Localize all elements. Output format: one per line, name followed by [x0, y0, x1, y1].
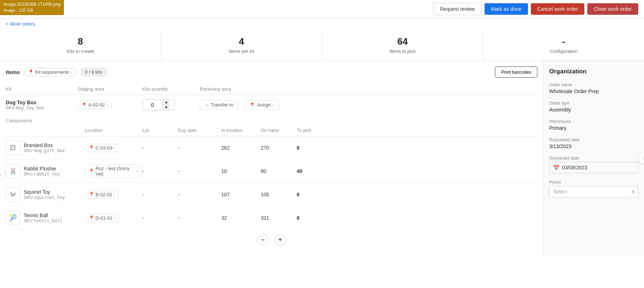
- pagination-plus-button[interactable]: +: [274, 234, 286, 246]
- nav-left-arrow[interactable]: ‹: [0, 169, 6, 180]
- sidebar-warehouse-value: Primary: [549, 125, 638, 131]
- component-icon-1: 🐰: [6, 164, 20, 178]
- comp-chevron-icon-1: ›: [137, 169, 138, 173]
- picker-clear-button[interactable]: ✕: [631, 188, 635, 195]
- qty-arrows: ▲ ▼: [162, 100, 170, 110]
- component-in-location-3: 32: [221, 215, 261, 221]
- breadcrumb[interactable]: Work orders: [0, 18, 644, 29]
- stat-kits-to-create-label: Kits to create: [4, 49, 157, 54]
- component-location-pill-2[interactable]: 📍 B-02-02 ›: [85, 191, 119, 199]
- qty-increment-button[interactable]: ▲: [163, 100, 170, 105]
- kit-table-header: Kit Staging area Kits quantity Receiving…: [6, 83, 537, 95]
- kit-sku-label: SKU dog_toy_box: [6, 105, 78, 110]
- mark-as-done-button[interactable]: Mark as done: [485, 3, 528, 15]
- component-lot-3: -: [142, 215, 178, 221]
- comp-col-exp-date: Exp date: [178, 128, 221, 133]
- sidebar-scheduled-date: Scheduled date 📅 03/08/2023: [549, 156, 638, 173]
- calendar-icon: 📅: [553, 165, 559, 170]
- pin-icon: 📍: [28, 69, 34, 75]
- comp-pin-icon-1: 📍: [89, 169, 94, 174]
- component-name-3: Tennis Ball: [24, 212, 62, 218]
- component-exp-date-0: -: [178, 145, 221, 151]
- request-review-button[interactable]: Request review: [433, 3, 482, 15]
- component-text-0: Branded Box SKU dog_gift_box: [24, 142, 65, 153]
- component-icon-3: 🎾: [6, 211, 20, 225]
- kit-sku-value: dog_toy_box: [16, 105, 44, 110]
- items-header: Items 📍 Kit requirements › 0 / 8 kits Pr…: [6, 67, 537, 78]
- print-barcodes-button[interactable]: Print barcodes: [495, 67, 537, 78]
- component-location-pill-3[interactable]: 📍 D-01-01 ›: [85, 214, 119, 222]
- component-location-3: 📍 D-01-01 ›: [85, 214, 142, 222]
- kits-progress-badge: 0 / 8 kits: [80, 68, 107, 76]
- col-header-receiving-area: Receiving area: [200, 86, 537, 92]
- sidebar-scheduled-date-label: Scheduled date: [549, 156, 638, 161]
- assign-button[interactable]: 📍 Assign ›: [244, 100, 279, 110]
- component-to-pick-3: 8: [297, 215, 325, 221]
- component-lot-1: -: [142, 168, 178, 174]
- stat-items-to-pick: 64 Items to pick: [322, 29, 483, 60]
- col-header-kit: Kit: [6, 86, 78, 92]
- comp-col-lot: Lot: [142, 128, 178, 133]
- scheduled-date-input[interactable]: 📅 03/08/2023: [549, 162, 638, 173]
- comp-pin-icon-2: 📍: [89, 192, 94, 197]
- comp-chevron-icon-3: ›: [114, 216, 115, 220]
- picker-select[interactable]: Select: [549, 186, 638, 197]
- comp-col-in-location: In location: [221, 128, 261, 133]
- kit-staging-area: 📍 A-02-02 ›: [78, 101, 142, 109]
- assign-pin-icon: 📍: [250, 102, 255, 108]
- component-location-value-1: Roz - test (Sorry Val): [96, 166, 135, 177]
- sidebar-requested-date: Requested date 3/13/2023: [549, 137, 638, 149]
- component-location-1: 📍 Roz - test (Sorry Val) ›: [85, 164, 142, 178]
- component-text-3: Tennis Ball SKU tennis_ball: [24, 212, 62, 223]
- component-exp-date-2: -: [178, 192, 221, 197]
- kit-requirements-pill[interactable]: 📍 Kit requirements ›: [24, 68, 76, 76]
- image-size: image · 137 KB: [4, 8, 60, 14]
- component-sku-2: SKU squirrel_toy: [24, 195, 65, 200]
- component-sku-0: SKU dog_gift_box: [24, 148, 65, 153]
- component-location-pill-0[interactable]: 📍 C-03-03 ›: [85, 144, 119, 152]
- stat-kits-to-create: 8 Kits to create: [0, 29, 161, 60]
- transfer-to-button[interactable]: → Transfer to: [200, 100, 238, 110]
- component-name-1: Rabbit Plushie: [24, 166, 60, 172]
- staging-chevron-icon: ›: [106, 103, 108, 107]
- component-text-1: Rabbit Plushie SKU rabbit_toy: [24, 166, 60, 177]
- sidebar-order-type-value: Assembly: [549, 107, 638, 113]
- kit-receiving-area: → Transfer to 📍 Assign ›: [200, 100, 537, 110]
- component-to-pick-0: 8: [297, 145, 325, 151]
- staging-pin-icon: 📍: [82, 102, 87, 108]
- scheduled-date-value: 03/08/2023: [562, 165, 587, 170]
- cancel-work-order-button[interactable]: Cancel work order: [531, 3, 585, 15]
- component-to-pick-2: 8: [297, 192, 325, 197]
- comp-col-to-pick: To pick: [297, 128, 325, 133]
- component-name-0: Branded Box: [24, 142, 65, 148]
- assign-chevron-icon: ›: [273, 103, 274, 107]
- component-in-location-1: 10: [221, 168, 261, 174]
- kit-row: Dog Toy Box SKU dog_toy_box 📍 A-02-02 › …: [6, 95, 537, 115]
- component-icon-0: 🖼: [6, 141, 20, 155]
- stat-kits-to-create-value: 8: [4, 36, 157, 47]
- component-row: 🐿 Squirrel Toy SKU squirrel_toy 📍 B-02-0…: [6, 183, 537, 206]
- sidebar-title: Organization: [549, 68, 638, 75]
- component-name-2: Squirrel Toy: [24, 189, 65, 195]
- kit-name: Dog Toy Box: [6, 100, 78, 105]
- staging-area-pill[interactable]: 📍 A-02-02 ›: [78, 101, 112, 109]
- col-header-kits-quantity: Kits quantity: [142, 86, 200, 92]
- qty-decrement-button[interactable]: ▼: [163, 105, 170, 110]
- quantity-input[interactable]: [143, 100, 162, 110]
- stat-items-per-kit-value: 4: [165, 36, 319, 47]
- sidebar-picker-label: Picker: [549, 180, 638, 185]
- nav-right-arrow[interactable]: ›: [638, 152, 644, 164]
- components-table-header: Location Lot Exp date In location On han…: [6, 125, 537, 136]
- comp-pin-icon-0: 📍: [89, 145, 94, 150]
- sidebar-order-type: Order type Assembly: [549, 101, 638, 113]
- pagination-minus-button[interactable]: −: [257, 234, 269, 246]
- comp-col-location: Location: [85, 128, 142, 133]
- quantity-stepper[interactable]: ▲ ▼: [142, 99, 175, 110]
- component-info-0: 🖼 Branded Box SKU dog_gift_box: [6, 141, 85, 155]
- comp-chevron-icon-0: ›: [114, 146, 115, 150]
- comp-col-on-hand: On hand: [261, 128, 297, 133]
- comp-pin-icon-3: 📍: [89, 215, 94, 220]
- component-location-pill-1[interactable]: 📍 Roz - test (Sorry Val) ›: [85, 164, 142, 178]
- close-work-order-button[interactable]: Close work order: [587, 3, 638, 15]
- kit-info: Dog Toy Box SKU dog_toy_box: [6, 100, 78, 110]
